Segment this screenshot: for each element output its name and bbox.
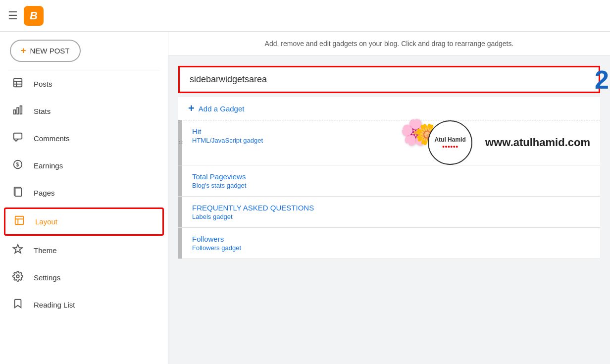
main-layout: + NEW POST Posts Stats Comments [0,32,610,364]
reading-list-label: Reading List [34,301,75,309]
sidebar-widget-area: sidebarwidgetsarea [178,66,600,93]
sidebar-item-theme[interactable]: Theme [0,237,168,264]
theme-icon [12,244,24,257]
sidebar-item-earnings[interactable]: $ Earnings [0,152,168,179]
stats-icon [12,104,24,118]
gadget-info-faq: FREQUENTLY ASKED QUESTIONS Labels gadget [182,197,600,227]
settings-icon [12,271,24,284]
pages-label: Pages [34,189,55,197]
sidebar-item-comments[interactable]: Comments [0,125,168,152]
posts-label: Posts [34,80,52,88]
stats-label: Stats [34,107,51,115]
blog-preview: 🌸 🌼 Atul Hamid ●●●●●● www.atulhamid.com [400,120,600,165]
svg-rect-6 [20,106,22,114]
blog-logo-circle: Atul Hamid ●●●●●● [428,120,472,165]
svg-rect-0 [14,79,22,87]
content-header: Add, remove and edit gadgets on your blo… [168,32,610,56]
drag-handle-followers[interactable] [178,228,182,259]
topbar: ☰ B [0,0,610,32]
svg-rect-5 [17,107,19,114]
sidebar-item-pages[interactable]: Pages [0,179,168,207]
layout-label: Layout [35,217,57,226]
add-gadget-plus[interactable]: + [188,102,195,115]
gadget-row-hit: ⠿ Hit HTML/JavaScript gadget 🌸 🌼 [178,120,600,165]
layout-icon [13,215,25,228]
gadget-row-followers: Followers Followers gadget [178,228,600,259]
area-badge: 2 [595,67,609,93]
sidebar-area-title: sidebarwidgetsarea [190,74,267,85]
sidebar-item-layout[interactable]: Layout 1 [4,208,164,236]
sidebar-item-reading-list[interactable]: Reading List [0,291,168,318]
gadget-type-followers: Followers gadget [192,244,590,252]
svg-rect-12 [15,216,24,225]
blog-logo-name: Atul Hamid [434,136,465,144]
new-post-label: NEW POST [30,47,70,55]
theme-label: Theme [34,246,57,255]
drag-handle-faq[interactable] [178,197,182,227]
plus-icon: + [21,46,26,56]
sidebar-item-posts[interactable]: Posts [0,70,168,98]
drag-handle-pageviews[interactable] [178,165,182,196]
svg-rect-4 [14,110,16,114]
settings-label: Settings [34,273,60,282]
gadget-name-hit[interactable]: Hit [192,127,390,136]
gadget-type-faq: Labels gadget [192,213,590,220]
comments-icon [12,132,24,145]
gadget-info-hit: Hit HTML/JavaScript gadget [182,120,400,165]
gadget-info-pageviews: Total Pageviews Blog's stats gadget [182,165,600,196]
add-gadget-row: + Add a Gadget [178,97,600,120]
posts-icon [12,77,24,91]
gadget-name-followers[interactable]: Followers [192,235,590,243]
blog-logo-dots: ●●●●●● [442,144,458,149]
comments-label: Comments [34,134,70,143]
gadget-row-faq: FREQUENTLY ASKED QUESTIONS Labels gadget [178,197,600,228]
drag-handle-hit[interactable]: ⠿ [178,120,182,165]
gadget-row-pageviews: Total Pageviews Blog's stats gadget [178,165,600,197]
blog-url: www.atulhamid.com [485,136,590,149]
svg-point-15 [16,275,19,278]
gadget-name-pageviews[interactable]: Total Pageviews [192,172,590,181]
gadget-info-followers: Followers Followers gadget [182,228,600,259]
sidebar: + NEW POST Posts Stats Comments [0,32,168,364]
svg-rect-11 [15,188,22,197]
gadget-name-faq[interactable]: FREQUENTLY ASKED QUESTIONS [192,204,590,212]
hamburger-menu[interactable]: ☰ [8,9,18,22]
pages-icon [12,186,24,200]
earnings-icon: $ [12,159,24,172]
gadget-type-hit: HTML/JavaScript gadget [192,137,390,144]
sidebar-item-stats[interactable]: Stats [0,98,168,125]
svg-rect-7 [14,133,22,139]
add-gadget-label[interactable]: Add a Gadget [199,104,245,113]
sidebar-item-settings[interactable]: Settings [0,264,168,291]
blogger-logo: B [24,6,44,26]
gadget-type-pageviews: Blog's stats gadget [192,182,590,189]
new-post-button[interactable]: + NEW POST [10,40,81,62]
svg-text:$: $ [16,161,19,167]
earnings-label: Earnings [34,161,63,170]
reading-list-icon [12,298,24,312]
header-instruction: Add, remove and edit gadgets on your blo… [265,40,514,48]
content-area: Add, remove and edit gadgets on your blo… [168,32,610,364]
